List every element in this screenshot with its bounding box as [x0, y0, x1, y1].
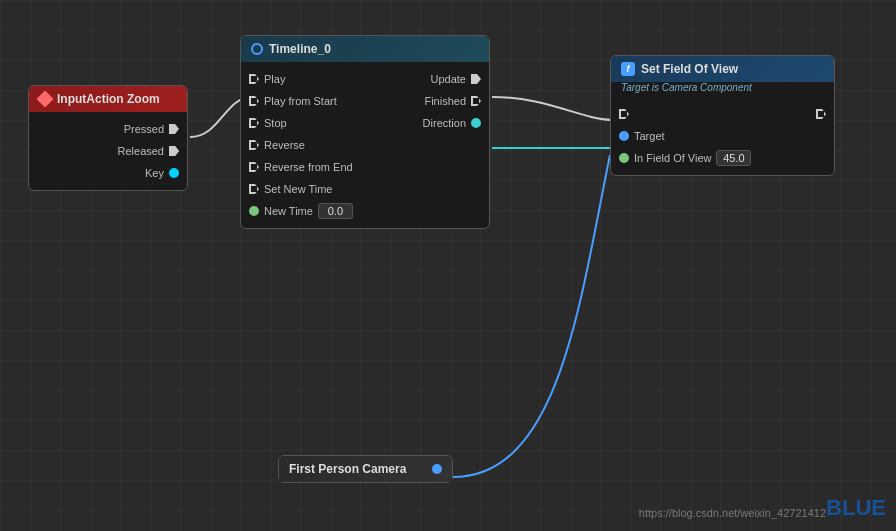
key-row: Key — [29, 162, 187, 184]
play-label: Play — [264, 73, 285, 85]
play-from-start-row: Play from Start Finished — [241, 90, 489, 112]
watermark: BLUE — [826, 495, 886, 521]
reverse-from-end-pin[interactable] — [249, 162, 259, 172]
stop-in-pin[interactable] — [249, 118, 259, 128]
reverse-label: Reverse — [264, 139, 305, 151]
play-in-pin[interactable] — [249, 74, 259, 84]
camera-out-pin[interactable] — [432, 464, 442, 474]
timeline-node: Timeline_0 Play Update Play from Start F… — [240, 35, 490, 229]
camera-header: First Person Camera — [279, 456, 452, 482]
input-action-zoom-node: InputAction Zoom Pressed Released Key — [28, 85, 188, 191]
update-pin[interactable] — [471, 74, 481, 84]
set-new-time-pin[interactable] — [249, 184, 259, 194]
set-new-time-row: Set New Time — [241, 178, 489, 200]
fov-subtitle: Target is Camera Component — [611, 82, 834, 97]
finished-label: Finished — [424, 95, 466, 107]
new-time-row: New Time 0.0 — [241, 200, 489, 222]
fov-in-label: In Field Of View — [634, 152, 711, 164]
fov-exec-row — [611, 103, 834, 125]
target-label: Target — [634, 130, 665, 142]
timeline-header: Timeline_0 — [241, 36, 489, 62]
key-pin[interactable] — [169, 168, 179, 178]
fov-header: f Set Field Of View — [611, 56, 834, 82]
direction-label: Direction — [423, 117, 466, 129]
fov-exec-in-pin[interactable] — [619, 109, 629, 119]
fov-body: Target In Field Of View 45.0 — [611, 97, 834, 175]
target-pin[interactable] — [619, 131, 629, 141]
fov-exec-out-pin[interactable] — [816, 109, 826, 119]
released-row: Released — [29, 140, 187, 162]
key-label: Key — [145, 167, 164, 179]
url-text: https://blog.csdn.net/weixin_42721412 — [639, 507, 826, 519]
fov-field-row: In Field Of View 45.0 — [611, 147, 834, 169]
input-action-header: InputAction Zoom — [29, 86, 187, 112]
fov-node: f Set Field Of View Target is Camera Com… — [610, 55, 835, 176]
play-from-start-label: Play from Start — [264, 95, 337, 107]
fov-value[interactable]: 45.0 — [716, 150, 751, 166]
pressed-label: Pressed — [124, 123, 164, 135]
clock-icon — [251, 43, 263, 55]
timeline-title: Timeline_0 — [269, 42, 331, 56]
diamond-icon — [37, 91, 54, 108]
new-time-value[interactable]: 0.0 — [318, 203, 353, 219]
play-from-start-in-pin[interactable] — [249, 96, 259, 106]
fov-target-row: Target — [611, 125, 834, 147]
input-action-body: Pressed Released Key — [29, 112, 187, 190]
update-label: Update — [431, 73, 466, 85]
reverse-in-pin[interactable] — [249, 140, 259, 150]
finished-pin[interactable] — [471, 96, 481, 106]
stop-row: Stop Direction — [241, 112, 489, 134]
function-icon: f — [621, 62, 635, 76]
reverse-from-end-label: Reverse from End — [264, 161, 353, 173]
direction-pin[interactable] — [471, 118, 481, 128]
input-action-title: InputAction Zoom — [57, 92, 160, 106]
pressed-pin[interactable] — [169, 124, 179, 134]
released-label: Released — [118, 145, 164, 157]
set-new-time-label: Set New Time — [264, 183, 332, 195]
new-time-pin[interactable] — [249, 206, 259, 216]
fov-in-pin[interactable] — [619, 153, 629, 163]
camera-title: First Person Camera — [289, 462, 406, 476]
play-row: Play Update — [241, 68, 489, 90]
reverse-row: Reverse — [241, 134, 489, 156]
new-time-label: New Time — [264, 205, 313, 217]
fov-title: Set Field Of View — [641, 62, 738, 76]
camera-node: First Person Camera — [278, 455, 453, 483]
reverse-from-end-row: Reverse from End — [241, 156, 489, 178]
pressed-row: Pressed — [29, 118, 187, 140]
timeline-body: Play Update Play from Start Finished Sto… — [241, 62, 489, 228]
released-pin[interactable] — [169, 146, 179, 156]
stop-label: Stop — [264, 117, 287, 129]
